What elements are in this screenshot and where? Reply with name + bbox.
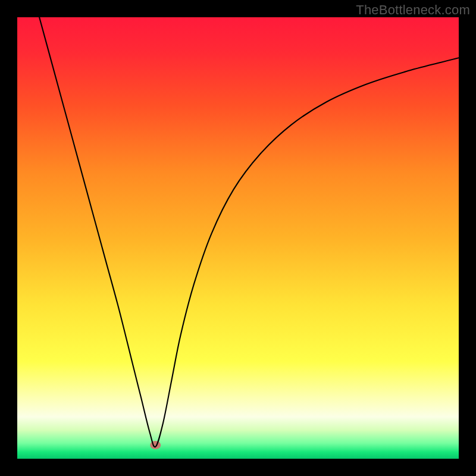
plot-overlay [17,17,459,459]
bottleneck-curve [39,17,459,447]
outer-frame: TheBottleneck.com [0,0,476,476]
watermark-text: TheBottleneck.com [356,2,470,18]
optimal-point-marker [150,441,161,449]
